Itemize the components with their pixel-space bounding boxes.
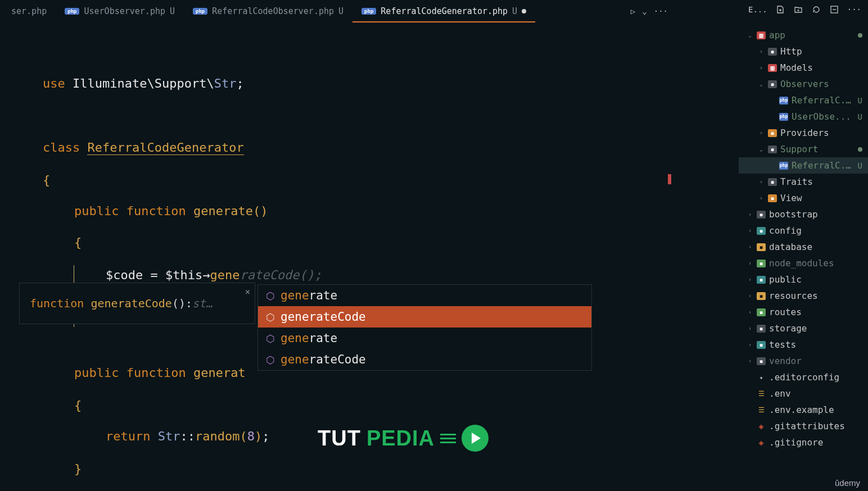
file-tree-item[interactable]: ◈.gitattributes [739, 418, 868, 434]
chevron-right-icon: › [758, 130, 765, 136]
new-file-icon[interactable] [775, 4, 785, 15]
collapse-icon[interactable] [829, 4, 839, 15]
refresh-icon[interactable] [811, 4, 821, 15]
file-icon: ▪ [757, 227, 766, 235]
file-tree-item[interactable]: ◈.gitignore [739, 434, 868, 451]
autocomplete-item-selected[interactable]: ⬡ generateCode [258, 306, 591, 328]
tab-userobserver[interactable]: php UserObserver.php U [56, 0, 184, 22]
file-label: UserObse... [792, 111, 855, 122]
file-label: .env.example [769, 404, 862, 415]
file-tree-item[interactable]: ›▪database [739, 239, 868, 255]
file-tree-item[interactable]: ›▦Models [739, 60, 868, 76]
file-icon: ▪ [757, 243, 766, 251]
tab-status: U [338, 6, 343, 16]
file-icon: ☰ [757, 406, 766, 414]
tab-sub: U [512, 6, 517, 16]
file-tree-item[interactable]: phpReferralC...U [739, 157, 868, 174]
file-tree-item[interactable]: ›▪resources [739, 288, 868, 304]
file-tree-item[interactable]: ☰.env.example [739, 402, 868, 418]
play-icon [462, 425, 489, 452]
file-label: database [769, 242, 862, 252]
git-status: U [858, 161, 862, 170]
file-tree-item[interactable]: ›▪bootstrap [739, 206, 868, 222]
chevron-right-icon: › [747, 228, 753, 234]
file-icon: php [779, 97, 788, 104]
file-tree-item[interactable]: ›▪public [739, 271, 868, 288]
file-tree-item[interactable]: ›▪Providers [739, 125, 868, 141]
file-label: vendor [769, 356, 862, 366]
file-tree-item[interactable]: ›▪config [739, 222, 868, 239]
code-editor[interactable]: use Illuminate\Support\Str; class Referr… [0, 22, 675, 491]
file-icon: ☰ [757, 390, 766, 398]
file-tree-item[interactable]: ☰.env [739, 385, 868, 402]
file-icon: ▪ [768, 129, 777, 137]
watermark: TUT PEDIA [318, 425, 489, 452]
file-label: resources [769, 290, 862, 301]
kw-class: class [43, 140, 80, 154]
file-tree-item[interactable]: phpReferralC...U [739, 92, 868, 108]
file-tree-item[interactable]: ⌄▪Support [739, 141, 868, 157]
close-icon[interactable]: ✕ [245, 287, 250, 297]
chevron-right-icon: › [747, 260, 753, 266]
chevron-right-icon: › [758, 179, 765, 185]
method-generate2: generat [193, 366, 246, 380]
scroll-indicator [668, 174, 671, 184]
autocomplete-item[interactable]: ⬡ generate [258, 285, 591, 306]
more-icon[interactable]: ··· [847, 5, 861, 14]
file-icon: ▪ [757, 211, 766, 219]
file-icon: ◈ [757, 422, 766, 430]
file-icon: ▪ [768, 194, 777, 202]
run-icon[interactable]: ▷ [631, 7, 635, 16]
file-label: .editorconfig [769, 372, 862, 383]
tab-ser[interactable]: ser.php [2, 0, 56, 22]
method-icon: ⬡ [266, 290, 275, 302]
chevron-right-icon: › [758, 195, 765, 201]
file-tree-item[interactable]: ⌄▪Observers [739, 76, 868, 92]
file-tree-item[interactable]: ›▪View [739, 190, 868, 206]
tab-referralcodegenerator[interactable]: php ReferralCodeGenerator.php U [352, 0, 535, 22]
file-label: Http [780, 46, 862, 57]
chevron-right-icon: › [747, 342, 753, 348]
file-icon: ▦ [757, 31, 766, 39]
php-icon: php [193, 8, 207, 15]
chevron-right-icon: › [747, 276, 753, 283]
file-tree-item[interactable]: ✦.editorconfig [739, 369, 868, 385]
autocomplete-popup: ⬡ generate ⬡ generateCode ⬡ generate ⬡ g… [257, 284, 592, 371]
file-tree-item[interactable]: ⌄▦app [739, 27, 868, 43]
new-folder-icon[interactable] [793, 4, 803, 15]
file-tree-item[interactable]: ›▪Http [739, 43, 868, 60]
chevron-right-icon: › [747, 358, 753, 364]
method-icon: ⬡ [266, 311, 275, 323]
file-tree-item[interactable]: ›▪routes [739, 304, 868, 320]
chevron-down-icon[interactable]: ⌄ [642, 7, 647, 16]
file-tree-item[interactable]: ›▪tests [739, 337, 868, 353]
file-label: routes [769, 307, 862, 317]
file-label: Providers [780, 128, 862, 138]
tab-referralcodeobserver[interactable]: php ReferralCodeObserver.php U [184, 0, 352, 22]
more-icon[interactable]: ··· [654, 7, 668, 16]
dirty-dot-icon [522, 9, 526, 13]
file-label: tests [769, 339, 862, 350]
method-icon: ⬡ [266, 333, 275, 344]
class-name: ReferralCodeGenerator [87, 140, 243, 155]
file-icon: ▪ [768, 48, 777, 56]
file-tree-item[interactable]: phpUserObse...U [739, 108, 868, 125]
toolbar-right: E... ··· [748, 4, 861, 15]
file-tree-item[interactable]: ›▪Traits [739, 174, 868, 190]
brace: { [43, 173, 50, 187]
file-icon: ▪ [757, 276, 766, 284]
file-label: Traits [780, 176, 862, 187]
file-tree-item[interactable]: ›▪storage [739, 320, 868, 337]
autocomplete-item[interactable]: ⬡ generateCode [258, 349, 591, 370]
chevron-right-icon: › [758, 65, 765, 71]
file-label: ReferralC... [792, 160, 855, 171]
file-tree-item[interactable]: ›▪vendor [739, 353, 868, 369]
file-label: storage [769, 323, 862, 334]
file-tree-item[interactable]: ›▪node_modules [739, 255, 868, 271]
file-icon: ▪ [757, 292, 766, 300]
file-label: .gitattributes [769, 421, 862, 431]
autocomplete-item[interactable]: ⬡ generate [258, 328, 591, 349]
file-label: config [769, 225, 862, 236]
file-icon: php [779, 113, 788, 121]
chevron-right-icon: › [747, 325, 753, 331]
